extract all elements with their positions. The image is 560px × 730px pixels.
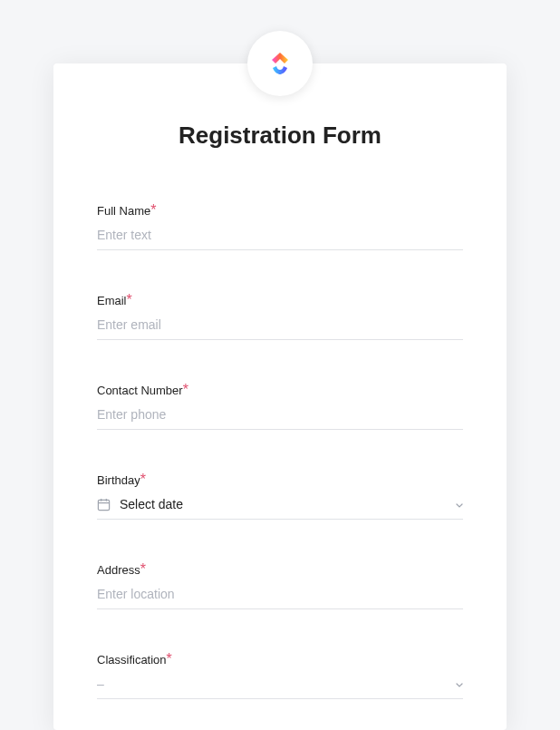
required-marker: * [167,651,172,667]
field-classification: Classification* – [97,651,463,699]
label-birthday: Birthday* [97,472,463,488]
chevron-down-icon [456,679,463,689]
required-marker: * [183,382,188,397]
birthday-picker[interactable]: Select date [97,488,463,520]
label-address: Address* [97,561,463,578]
required-marker: * [140,472,146,487]
required-marker: * [127,292,132,307]
svg-rect-0 [98,500,109,510]
field-birthday: Birthday* Select date [97,472,463,520]
label-full-name: Full Name* [97,202,463,219]
field-email: Email* [97,292,463,340]
classification-value: – [97,676,456,691]
label-text: Contact Number [97,384,183,397]
calendar-icon [97,498,111,511]
clickup-logo-icon [264,47,296,80]
field-contact: Contact Number* [97,382,463,430]
required-marker: * [150,202,156,218]
form-card: Registration Form Full Name* Email* Cont… [53,63,507,730]
required-marker: * [140,561,146,577]
contact-input[interactable] [97,398,463,430]
label-contact: Contact Number* [97,382,463,398]
logo-badge [247,31,313,96]
classification-select[interactable]: – [97,667,463,699]
email-input[interactable] [97,308,463,340]
label-text: Email [97,294,127,307]
page-title: Registration Form [97,122,463,150]
label-text: Address [97,563,140,577]
chevron-down-icon [456,500,463,510]
label-text: Birthday [97,473,140,487]
birthday-value: Select date [120,497,456,511]
field-address: Address* [97,561,463,609]
label-classification: Classification* [97,651,463,667]
label-email: Email* [97,292,463,308]
label-text: Full Name [97,204,150,218]
label-text: Classification [97,653,167,667]
address-input[interactable] [97,578,463,609]
full-name-input[interactable] [97,219,463,250]
field-full-name: Full Name* [97,202,463,250]
